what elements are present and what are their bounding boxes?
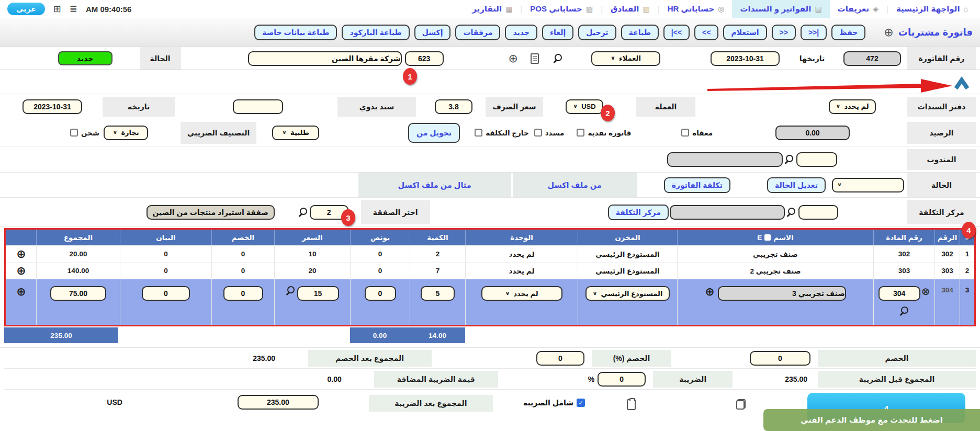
- add-row-icon[interactable]: ⊕: [16, 248, 26, 260]
- next-record-button[interactable]: >>: [772, 25, 796, 40]
- edit-state-button[interactable]: تعديل الحالة: [767, 177, 826, 193]
- vat-amount-label: قيمة الضريبة المضافة: [374, 371, 498, 388]
- shipping-checkbox[interactable]: [70, 129, 78, 137]
- nav-item-hotels[interactable]: ▥ الفنادق: [603, 0, 658, 18]
- supplier-statement-icon[interactable]: [531, 53, 539, 64]
- query-button[interactable]: استعلام: [723, 25, 767, 40]
- discount-field[interactable]: [223, 286, 263, 301]
- excel-button[interactable]: إكسل: [414, 25, 451, 40]
- invoice-number-label: رقم الفاتورة: [907, 47, 976, 70]
- agent-name-field[interactable]: [667, 152, 783, 167]
- agent-search-icon[interactable]: [785, 155, 794, 164]
- clipboard-icon[interactable]: [627, 399, 636, 410]
- print-barcode-button[interactable]: طباعة الباركود: [342, 25, 409, 40]
- supplier-name-field[interactable]: [248, 51, 402, 66]
- add-row-icon[interactable]: ⊕: [16, 286, 26, 298]
- add-item-icon[interactable]: ⊕: [705, 286, 714, 298]
- supplier-code-field[interactable]: [405, 51, 444, 66]
- add-row-icon[interactable]: ⊕: [16, 265, 26, 277]
- paid-checkbox[interactable]: [534, 129, 542, 137]
- first-record-button[interactable]: |<<: [663, 25, 690, 40]
- total-bonus: 0.00: [350, 327, 410, 343]
- bonus-field[interactable]: [365, 286, 396, 301]
- print-button[interactable]: طباعة: [621, 25, 659, 40]
- cost-center-button[interactable]: مركز التكلفة: [608, 205, 669, 220]
- percent-sign: %: [588, 375, 594, 383]
- unit-select[interactable]: لم يحدد ∨: [481, 286, 562, 301]
- english-name-checkbox[interactable]: [764, 234, 771, 241]
- attachments-button[interactable]: مرفقات: [455, 25, 500, 40]
- cost-center-search-icon[interactable]: [787, 208, 796, 217]
- state-select[interactable]: ∨: [832, 178, 904, 192]
- cost-center-name-field[interactable]: [670, 205, 785, 220]
- discount-field[interactable]: [750, 351, 810, 366]
- tax-pct-field[interactable]: [598, 372, 646, 387]
- party-type-select[interactable]: العملاء ∨: [591, 51, 660, 66]
- invoice-cost-button[interactable]: تكلفة الفاتورة: [664, 177, 730, 193]
- add-invoice-icon[interactable]: ⊕: [884, 27, 893, 38]
- nav-item-invoices-active[interactable]: ▤ الفواتير و السندات: [732, 0, 829, 18]
- annotation-arrow: [707, 76, 953, 96]
- new-button[interactable]: جديد: [505, 25, 537, 40]
- remove-item-icon[interactable]: ⊗: [921, 286, 930, 297]
- nav-item-home[interactable]: ⌂ الواجهة الرئيسية: [888, 0, 976, 18]
- table-row[interactable]: 1 302 302 صنف تجريبي المستودع الرئيسي لم…: [6, 245, 974, 262]
- print-custom-data-button[interactable]: طباعة بيانات خاصة: [254, 25, 337, 40]
- collapse-section-icon[interactable]: [952, 75, 971, 94]
- tax-inclusive-checkbox[interactable]: ✓: [577, 399, 585, 407]
- exchange-rate-field[interactable]: [435, 99, 472, 114]
- cost-center-code-field[interactable]: [798, 205, 838, 220]
- currency-select[interactable]: ∨ USD: [566, 99, 603, 114]
- nav-item-hr[interactable]: ◎ حساباتي HR: [660, 0, 733, 18]
- post-button[interactable]: ترحيل: [578, 25, 616, 40]
- after-discount-value: 235.00: [253, 354, 275, 362]
- deal-name-field[interactable]: [147, 205, 275, 220]
- journal-select[interactable]: لم يحدد ∨: [829, 99, 876, 114]
- item-name-field[interactable]: [718, 286, 846, 301]
- nav-item-reports[interactable]: ▦ التقارير: [464, 0, 520, 18]
- table-row[interactable]: 2 303 303 صنف تجريبي 2 المستودع الرئيسي …: [6, 262, 974, 279]
- price-search-icon[interactable]: [286, 286, 296, 296]
- copy-icon[interactable]: [736, 399, 746, 410]
- order-type-select[interactable]: طلبية ∨: [272, 126, 319, 140]
- add-supplier-icon[interactable]: ⊕: [509, 53, 518, 64]
- exempt-checkbox[interactable]: [681, 129, 689, 137]
- note-field[interactable]: [142, 286, 190, 301]
- out-of-cost-checkbox[interactable]: [475, 129, 482, 137]
- supplier-search-icon[interactable]: [554, 54, 563, 63]
- cash-invoice-checkbox[interactable]: [577, 129, 584, 137]
- nav-item-pos[interactable]: ▨ حساباتي POS: [522, 0, 601, 18]
- invoice-date-field[interactable]: [711, 51, 780, 66]
- cancel-button[interactable]: إلغاء: [542, 25, 573, 40]
- invoice-toolbar: فاتورة مشتريات ⊕ حفظ >>| >> استعلام << |…: [0, 18, 980, 47]
- manual-voucher-field[interactable]: [233, 99, 283, 114]
- tax-class-select[interactable]: تجارة ∨: [104, 126, 148, 140]
- language-button[interactable]: عربي: [7, 3, 45, 15]
- qty-field[interactable]: [421, 286, 455, 301]
- table-row-active[interactable]: 3 304 ⊗ ⊕ المستودع الرئيسي ∨ لم يحدد: [6, 279, 974, 325]
- support-chat-toast[interactable]: اضغط للتحدث مع موظف الدعم الفني: [763, 409, 980, 431]
- nav-item-definitions[interactable]: ◈ تعريفات: [830, 0, 886, 18]
- item-search-icon[interactable]: [900, 307, 909, 316]
- shipping-label: شحن: [81, 129, 99, 137]
- line-total-field[interactable]: [50, 286, 106, 301]
- deal-search-icon[interactable]: [299, 208, 308, 217]
- last-record-button[interactable]: >>|: [801, 25, 827, 40]
- save-button[interactable]: حفظ: [831, 25, 865, 40]
- calculator-icon[interactable]: ⊞: [53, 4, 61, 14]
- import-from-excel-link[interactable]: من ملف اكسل: [513, 173, 637, 197]
- details-row-cost-center: مركز التكلفة مركز التكلفة اختر الصفقة: [0, 198, 980, 227]
- exchange-rates-icon[interactable]: ≣: [70, 4, 77, 14]
- discount-pct-field[interactable]: [536, 351, 584, 366]
- voucher-date-field[interactable]: [22, 99, 82, 114]
- after-tax-field[interactable]: [238, 395, 319, 410]
- transfer-from-button[interactable]: تحويل من: [408, 123, 460, 143]
- item-code-field[interactable]: [878, 286, 920, 301]
- price-field[interactable]: [297, 286, 339, 301]
- agent-code-field[interactable]: [796, 152, 837, 167]
- prev-record-button[interactable]: <<: [694, 25, 718, 40]
- invoice-number-field[interactable]: [843, 51, 901, 66]
- excel-example-link[interactable]: مثال من ملف اكسل: [358, 173, 511, 197]
- balance-field[interactable]: [775, 126, 850, 140]
- store-select[interactable]: المستودع الرئيسي ∨: [585, 286, 670, 301]
